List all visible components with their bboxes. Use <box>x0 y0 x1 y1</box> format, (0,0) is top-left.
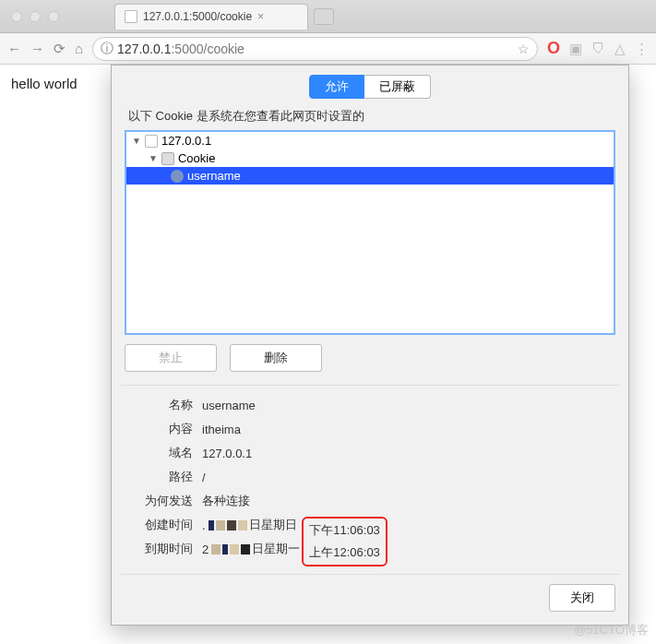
back-icon[interactable]: ← <box>7 41 21 56</box>
cookie-icon <box>171 170 184 183</box>
value-domain: 127.0.0.1 <box>202 447 252 460</box>
opera-icon[interactable]: O <box>547 39 560 58</box>
browser-toolbar: ← → ⟳ ⌂ ⓘ 127.0.0.1:5000/cookie ☆ O ▣ ⛉ … <box>0 33 656 65</box>
remove-button[interactable]: 删除 <box>230 344 322 372</box>
disclosure-icon[interactable]: ▼ <box>149 153 158 163</box>
page-icon <box>125 10 137 23</box>
label-path: 路径 <box>128 469 193 485</box>
reload-icon[interactable]: ⟳ <box>54 41 66 57</box>
extension-icon[interactable]: ▣ <box>569 41 582 57</box>
redacted-icon <box>209 520 247 531</box>
created-weekday: 日星期日 <box>249 517 297 533</box>
shield-icon[interactable]: ⛉ <box>591 41 605 56</box>
site-info-icon[interactable]: ⓘ <box>101 41 113 57</box>
block-button[interactable]: 禁止 <box>125 344 217 372</box>
site-icon <box>145 135 158 148</box>
cookie-details: 名称username 内容itheima 域名127.0.0.1 路径/ 为何发… <box>112 386 628 574</box>
disclosure-icon[interactable]: ▼ <box>132 136 141 146</box>
cookie-dialog: 允许 已屏蔽 以下 Cookie 是系统在您查看此网页时设置的 ▼ 127.0.… <box>111 65 629 626</box>
home-icon[interactable]: ⌂ <box>75 41 83 56</box>
tree-buttons: 禁止 删除 <box>112 335 628 385</box>
forward-icon[interactable]: → <box>30 41 44 56</box>
dialog-caption: 以下 Cookie 是系统在您查看此网页时设置的 <box>112 104 628 130</box>
close-window-icon[interactable] <box>11 11 22 22</box>
url-rest: :5000/cookie <box>171 42 244 56</box>
value-content: itheima <box>202 423 241 436</box>
redacted-icon <box>211 544 250 555</box>
minimize-window-icon[interactable] <box>30 11 41 22</box>
label-content: 内容 <box>128 421 193 437</box>
tree-cookie-row[interactable]: username <box>126 167 614 185</box>
close-button[interactable]: 关闭 <box>549 584 615 612</box>
tab-blocked[interactable]: 已屏蔽 <box>364 75 431 99</box>
highlight-box: 下午11:06:03 上午12:06:03 <box>302 517 388 566</box>
toolbar-extensions: O ▣ ⛉ △ ⋮ <box>547 39 649 58</box>
window-titlebar: 127.0.0.1:5000/cookie × <box>0 0 656 33</box>
traffic-lights <box>0 11 59 22</box>
tree-cookie-label: username <box>187 169 241 183</box>
tab-close-icon[interactable]: × <box>257 10 264 23</box>
cookie-tree[interactable]: ▼ 127.0.0.1 ▼ Cookie username <box>125 130 615 335</box>
dialog-footer: 关闭 <box>112 575 628 625</box>
label-domain: 域名 <box>128 445 193 461</box>
expires-time: 上午12:06:03 <box>309 544 380 561</box>
tree-host-label: 127.0.0.1 <box>161 134 211 148</box>
label-name: 名称 <box>128 397 193 413</box>
new-tab-button[interactable] <box>314 8 334 25</box>
tree-group-row[interactable]: ▼ Cookie <box>126 149 614 167</box>
label-created: 创建时间 <box>128 517 193 533</box>
tree-group-label: Cookie <box>178 151 215 165</box>
folder-icon <box>161 152 174 165</box>
zoom-window-icon[interactable] <box>48 11 59 22</box>
url-bar[interactable]: ⓘ 127.0.0.1:5000/cookie ☆ <box>92 37 538 61</box>
value-path: / <box>202 471 206 484</box>
label-send-for: 为何发送 <box>128 493 193 509</box>
expires-weekday: 日星期一 <box>252 541 300 557</box>
created-time: 下午11:06:03 <box>309 522 380 539</box>
value-send-for: 各种连接 <box>202 493 250 509</box>
browser-tab[interactable]: 127.0.0.1:5000/cookie × <box>114 4 308 30</box>
tab-title: 127.0.0.1:5000/cookie <box>143 10 252 23</box>
star-icon[interactable]: ☆ <box>518 42 530 56</box>
tab-allowed[interactable]: 允许 <box>309 75 364 99</box>
dialog-tabs: 允许 已屏蔽 <box>112 66 628 104</box>
url-host: 127.0.0.1 <box>117 42 171 56</box>
label-expires: 到期时间 <box>128 541 193 557</box>
watermark: @51CTO博客 <box>574 622 649 638</box>
warning-icon[interactable]: △ <box>614 41 626 57</box>
menu-icon[interactable]: ⋮ <box>635 41 649 57</box>
value-name: username <box>202 399 256 412</box>
tree-host-row[interactable]: ▼ 127.0.0.1 <box>126 132 614 149</box>
